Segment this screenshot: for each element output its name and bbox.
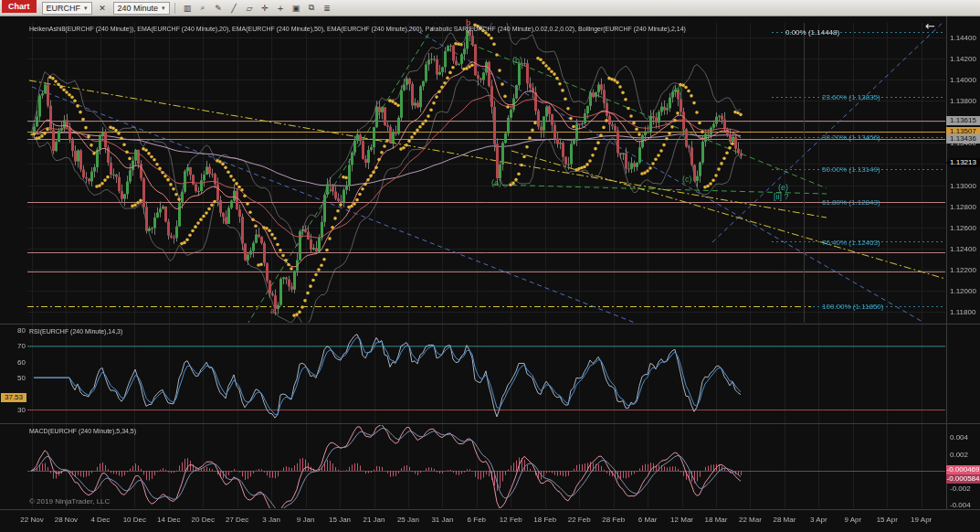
chevron-down-icon: ▾ [84, 5, 88, 12]
interval-value: 240 Minute [118, 4, 159, 13]
instrument-select[interactable]: EURCHF ▾ [42, 2, 92, 15]
instrument-clear-button[interactable]: ✕ [95, 2, 111, 15]
chart-toolbar: Chart EURCHF ▾ ✕ 240 Minute ▾ ▥⌕✎╱▱✛+▣⧉≣ [0, 0, 980, 16]
price-axis[interactable] [946, 16, 980, 509]
zoom-in-icon[interactable]: ⌕ [195, 2, 211, 15]
time-axis[interactable] [0, 510, 946, 532]
toolbar-icons: ▥⌕✎╱▱✛+▣⧉≣ [180, 2, 335, 15]
trendline-tool-icon[interactable]: ╱ [227, 2, 242, 15]
draw-pencil-icon[interactable]: ✎ [211, 2, 227, 15]
snapshot-icon[interactable]: ▣ [289, 2, 304, 15]
panels-icon[interactable]: ⧉ [304, 2, 320, 15]
add-study-icon[interactable]: + [273, 2, 289, 15]
chart-window: HeikenAshi8(EURCHF (240 Minute)), EMA(EU… [0, 0, 980, 532]
crosshair-icon[interactable]: ✛ [258, 2, 273, 15]
collapse-panel-button[interactable]: ← [925, 20, 935, 32]
toolbar-separator [174, 3, 175, 14]
interval-select[interactable]: 240 Minute ▾ [113, 2, 170, 15]
chart-canvas[interactable] [0, 0, 980, 532]
chart-style-icon[interactable]: ▥ [180, 2, 195, 15]
chart-tab-label[interactable]: Chart [2, 0, 37, 13]
chevron-down-icon: ▾ [162, 5, 165, 12]
instrument-value: EURCHF [47, 4, 81, 13]
eraser-icon[interactable]: ▱ [242, 2, 258, 15]
data-series-icon[interactable]: ≣ [320, 2, 335, 15]
